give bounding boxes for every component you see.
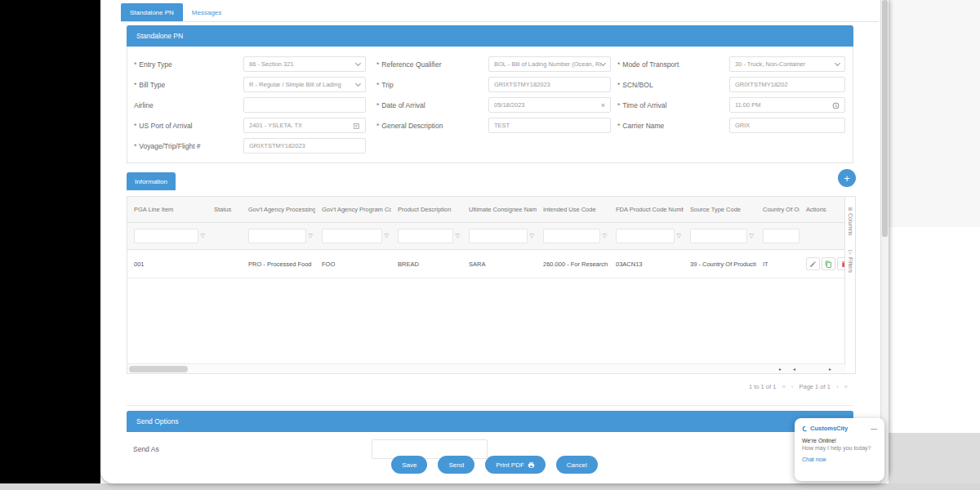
- side-panel-columns-tab[interactable]: ≣Columns: [847, 207, 853, 236]
- filter-funnel-icon: ▽: [847, 249, 853, 256]
- clock-icon[interactable]: [832, 98, 840, 113]
- filter-funnel-icon[interactable]: ▽: [385, 233, 389, 239]
- print-pdf-button[interactable]: Print PDF: [485, 456, 546, 474]
- column-header-gov-agency-program[interactable]: Gov't Agency Program Code: [315, 197, 391, 222]
- chevron-down-icon: [600, 60, 606, 65]
- field-trip: *Trip GRIXTSTMY182023: [376, 77, 611, 92]
- table-row[interactable]: 001 PRO - Processed Food FOO BREAD SARA …: [127, 250, 844, 278]
- column-header-intended-use[interactable]: Intended Use Code: [537, 197, 609, 222]
- column-header-status[interactable]: Status: [207, 197, 242, 222]
- carrier-name-label: Carrier Name: [622, 122, 664, 130]
- tab-information[interactable]: Information: [127, 172, 176, 190]
- pencil-icon: [809, 261, 817, 268]
- field-airline: Airline: [134, 97, 366, 113]
- next-page-icon[interactable]: ›: [836, 383, 839, 390]
- filter-input-fda-product-code[interactable]: [616, 229, 675, 243]
- field-reference-qualifier: *Reference Qualifier BOL - Bill of Ladin…: [376, 56, 611, 72]
- column-header-gov-agency-processing[interactable]: Gov't Agency Processing C...: [242, 197, 315, 222]
- filter-funnel-icon[interactable]: ▽: [201, 233, 205, 239]
- send-button[interactable]: Send: [438, 456, 474, 474]
- first-page-icon[interactable]: «: [782, 383, 785, 390]
- scrollbar-thumb[interactable]: [129, 366, 188, 372]
- filter-funnel-icon[interactable]: ▽: [750, 233, 754, 239]
- carrier-name-input[interactable]: GRIX: [729, 118, 845, 133]
- copy-row-button[interactable]: [822, 257, 835, 270]
- general-description-input[interactable]: TEST: [488, 118, 611, 133]
- grid-filter-row: ▽ ▽ ▽ ▽ ▽ ▽ ▽ ▽: [127, 223, 844, 250]
- tab-standalone-pn[interactable]: Standalone PN: [121, 3, 183, 21]
- form-column-3: *Mode of Transport 30 - Truck, Non-Conta…: [617, 56, 845, 138]
- scroll-left-icon[interactable]: ◂: [793, 367, 807, 372]
- scrollbar-thumb[interactable]: [882, 0, 888, 237]
- scroll-right-icon[interactable]: ▸: [779, 367, 793, 372]
- airline-input[interactable]: [243, 97, 366, 113]
- grid-header-row: PGA Line Item Status Gov't Agency Proces…: [127, 197, 844, 223]
- trip-input[interactable]: GRIXTSTMY182023: [488, 77, 611, 92]
- filter-input-pga-line-item[interactable]: [134, 229, 198, 243]
- date-of-arrival-input[interactable]: 05/18/2023×: [488, 97, 611, 113]
- voyage-input[interactable]: GRIXTSTMY182023: [243, 138, 366, 154]
- filter-funnel-icon[interactable]: ▽: [309, 233, 313, 239]
- previous-page-icon[interactable]: ‹: [791, 383, 794, 390]
- scn-bol-input[interactable]: GRIXTSTMY18202: [729, 77, 845, 92]
- scroll-right-end-icon[interactable]: ▸: [829, 366, 831, 372]
- field-mode-of-transport: *Mode of Transport 30 - Truck, Non-Conta…: [617, 56, 845, 72]
- filter-funnel-icon[interactable]: ▽: [603, 233, 607, 239]
- filter-input-gov-agency-processing[interactable]: [248, 229, 306, 243]
- page-vertical-scrollbar[interactable]: [880, 0, 889, 483]
- reference-qualifier-select[interactable]: BOL - Bill of Lading Number (Ocean, Rail…: [488, 56, 611, 72]
- filter-input-source-type[interactable]: [690, 229, 747, 243]
- printer-icon: [528, 461, 535, 469]
- field-general-description: *General Description TEST: [376, 118, 611, 133]
- filter-input-gov-agency-program[interactable]: [322, 229, 382, 243]
- mode-of-transport-select[interactable]: 30 - Truck, Non-Container: [729, 56, 845, 72]
- grid-pagination: 1 to 1 of 1 « ‹ Page 1 of 1 › »: [749, 383, 848, 390]
- chat-greeting: How may I help you today?: [802, 445, 877, 451]
- clear-date-icon[interactable]: ×: [601, 101, 605, 109]
- filter-input-country-of-origin[interactable]: [763, 229, 800, 243]
- cell-intended-use: 260.000 - For Research Use as Hum.: [537, 261, 609, 268]
- required-asterisk: *: [617, 101, 620, 109]
- column-header-source-type[interactable]: Source Type Code: [684, 197, 756, 222]
- entry-type-select[interactable]: 86 - Section 321: [243, 56, 366, 72]
- cancel-button[interactable]: Cancel: [556, 456, 598, 474]
- column-header-fda-product-code[interactable]: FDA Product Code Number: [609, 197, 684, 222]
- column-header-ultimate-consignee[interactable]: Ultimate Consignee Name: [462, 197, 537, 222]
- minimize-chat-icon[interactable]: —: [871, 427, 877, 430]
- filter-funnel-icon[interactable]: ▽: [530, 233, 534, 239]
- edit-row-button[interactable]: [806, 257, 820, 270]
- us-port-lookup[interactable]: 2401 - YSLETA, TX: [243, 118, 366, 133]
- background-left: [0, 0, 100, 483]
- save-button[interactable]: Save: [391, 456, 427, 474]
- column-header-pga-line-item[interactable]: PGA Line Item: [127, 197, 207, 222]
- cell-actions: [800, 257, 846, 270]
- filter-input-ultimate-consignee[interactable]: [469, 229, 528, 243]
- filter-input-intended-use[interactable]: [543, 229, 600, 243]
- trip-label: Trip: [381, 81, 393, 89]
- last-page-icon[interactable]: »: [844, 383, 848, 390]
- column-header-actions: Actions: [800, 197, 846, 222]
- filter-funnel-icon[interactable]: ▽: [677, 233, 681, 239]
- form-column-1: *Entry Type 86 - Section 321 *Bill Type …: [134, 56, 366, 158]
- chevron-down-icon: [835, 60, 840, 65]
- column-header-product-description[interactable]: Product Description: [391, 197, 462, 222]
- required-asterisk: *: [376, 101, 379, 109]
- bill-type-select[interactable]: R - Regular / Simple Bill of Lading: [243, 77, 366, 92]
- tab-messages[interactable]: Messages: [183, 3, 230, 21]
- chat-now-link[interactable]: Chat now: [802, 457, 877, 462]
- filter-funnel-icon[interactable]: ▽: [456, 233, 460, 239]
- grid-horizontal-scrollbar[interactable]: ▸◂ ▸: [127, 363, 846, 373]
- side-panel-filters-tab[interactable]: ▽Filters: [847, 249, 853, 273]
- reference-qualifier-label: Reference Qualifier: [381, 60, 441, 69]
- cell-product-description: BREAD: [391, 261, 462, 268]
- us-port-label: US Port of Arrival: [139, 122, 192, 130]
- chat-brand: CustomsCity: [810, 425, 848, 432]
- filter-input-product-description[interactable]: [398, 229, 453, 243]
- time-of-arrival-label: Time of Arrival: [622, 101, 666, 109]
- field-carrier-name: *Carrier Name GRIX: [617, 118, 845, 133]
- add-line-item-button[interactable]: +: [838, 169, 856, 187]
- port-lookup-icon[interactable]: [353, 118, 360, 133]
- column-header-country-of-origin[interactable]: Country Of Origin: [756, 197, 800, 222]
- time-of-arrival-input[interactable]: 11:00 PM: [729, 97, 845, 113]
- voyage-label: Voyage/Trip/Flight #: [139, 142, 200, 150]
